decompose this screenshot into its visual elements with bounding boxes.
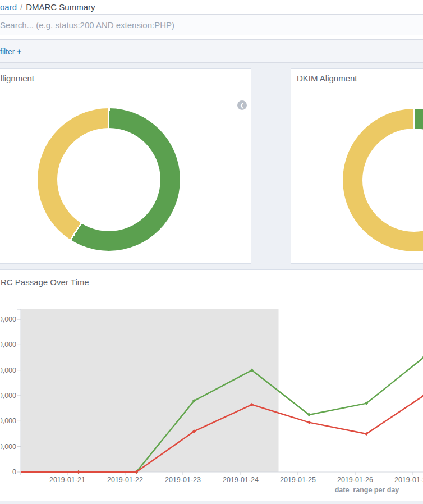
panel-title-spf: llignment [1, 74, 34, 83]
x-axis-tick-label: 2019-01-23 [165, 476, 201, 484]
add-filter-link[interactable]: filter+ [0, 47, 21, 56]
dkim-donut-chart[interactable] [343, 109, 423, 251]
x-axis-tick-label: 2019-01-27 [394, 476, 423, 484]
red-series-marker [307, 420, 311, 424]
breadcrumb-bar: oard/DMARC Summary [0, 0, 423, 14]
filter-bar: filter+ [0, 39, 423, 63]
panel-title-dkim: DKIM Alignment [297, 74, 357, 83]
x-axis-tick-label: 2019-01-26 [337, 476, 373, 484]
search-bar [0, 14, 423, 35]
search-input[interactable] [0, 15, 423, 35]
y-axis-tick-label: 60,000 [1, 315, 16, 323]
breadcrumb-current-page: DMARC Summary [26, 2, 95, 12]
donut-hole [57, 128, 160, 231]
brush-region [21, 309, 279, 472]
breadcrumb-separator: / [17, 2, 26, 12]
breadcrumb: oard/DMARC Summary [0, 2, 95, 12]
panel-passage-over-time: RC Passage Over Time 010,00020,00030,000… [0, 269, 423, 501]
passage-line-chart[interactable]: 010,00020,00030,00040,00050,00060,000201… [1, 304, 423, 502]
dashboard-area: llignment ❮ DKIM Alignment RC Passage Ov… [0, 63, 423, 504]
y-axis-tick-label: 10,000 [1, 443, 16, 451]
x-axis-title: date_range per day [335, 486, 399, 494]
plus-icon[interactable]: + [15, 47, 21, 56]
donut-hole [362, 129, 423, 232]
panel-title-passage-over-time: RC Passage Over Time [1, 277, 89, 287]
y-axis-tick-label: 40,000 [1, 366, 16, 374]
panel-spf-alignment: llignment ❮ [0, 68, 251, 264]
x-axis-tick-label: 2019-01-24 [223, 476, 259, 484]
y-axis-tick-label: 30,000 [1, 392, 16, 400]
panel-dkim-alignment: DKIM Alignment [291, 68, 423, 264]
spf-donut-chart[interactable] [38, 108, 180, 251]
x-axis-tick-label: 2019-01-25 [280, 476, 316, 484]
y-axis-tick-label: 50,000 [1, 341, 16, 349]
x-axis-tick-label: 2019-01-22 [107, 476, 143, 484]
breadcrumb-link[interactable]: oard [0, 2, 17, 12]
y-axis-tick-label: 0 [12, 468, 16, 476]
chevron-left-icon[interactable]: ❮ [237, 100, 247, 110]
y-axis-tick-label: 20,000 [1, 417, 16, 425]
add-filter-label[interactable]: filter [0, 47, 15, 56]
x-axis-tick-label: 2019-01-21 [49, 476, 85, 484]
